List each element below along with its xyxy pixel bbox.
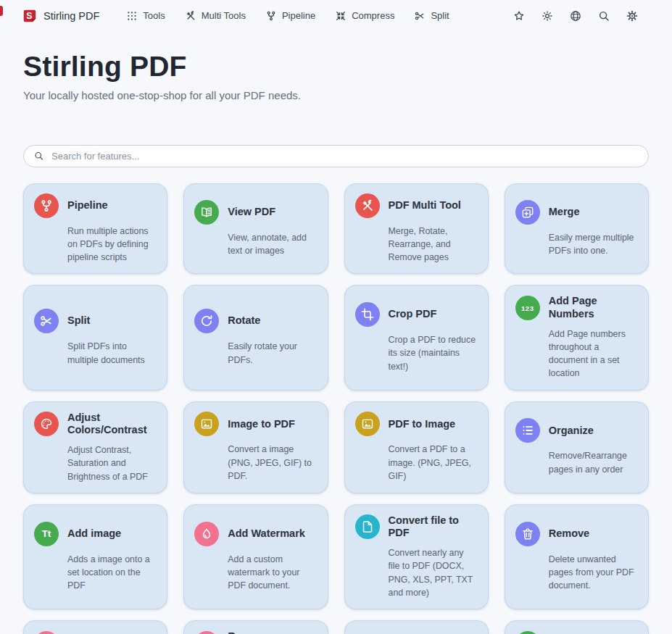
card-title: Convert file to PDF xyxy=(389,514,478,540)
card-description: Merge, Rotate, Rearrange, and Remove pag… xyxy=(389,225,478,264)
card-add-watermark[interactable]: Add Watermark Add a custom watermark to … xyxy=(183,504,328,609)
lock-open-icon xyxy=(194,631,219,634)
image-icon xyxy=(355,412,380,436)
action-search[interactable] xyxy=(597,9,610,22)
card-organize[interactable]: Organize Remove/Rearrange pages in any o… xyxy=(505,401,649,493)
card-description: Easily merge multiple PDFs into one. xyxy=(549,231,638,257)
card-description: Run multiple actions on PDFs by defining… xyxy=(67,225,157,264)
nav-item-tools[interactable]: Tools xyxy=(126,10,165,22)
book-open-icon xyxy=(194,200,219,225)
card-add-password[interactable]: Add Password Encrypt your PDF document w… xyxy=(23,620,167,634)
nav-item-pipeline[interactable]: Pipeline xyxy=(265,10,315,22)
tools-icon xyxy=(355,193,380,218)
card-convert-file-to-pdf[interactable]: Convert file to PDF Convert nearly any f… xyxy=(344,504,489,609)
nav-menu: Tools Multi Tools Pipeline Compress Spli… xyxy=(126,10,449,22)
card-change-metadata[interactable]: Change Metadata Change/Remove/Add metada… xyxy=(505,620,649,634)
text-icon: Tt xyxy=(34,522,59,546)
nav-item-compress[interactable]: Compress xyxy=(335,10,394,22)
grid-icon xyxy=(126,10,138,22)
compress-icon xyxy=(335,10,347,22)
card-crop-pdf[interactable]: Crop PDF Crop a PDF to reduce its size (… xyxy=(344,285,489,390)
image-icon xyxy=(194,412,219,436)
card-title: Image to PDF xyxy=(228,418,295,431)
brand-home-link[interactable]: S Stirling PDF xyxy=(22,8,99,24)
card-title: Add image xyxy=(67,527,121,541)
file-icon xyxy=(355,514,380,539)
card-title: Remove xyxy=(549,527,589,541)
card-description: Remove/Rearrange pages in any order xyxy=(549,449,638,475)
card-remove[interactable]: Remove Delete unwanted pages from your P… xyxy=(505,504,649,609)
list-icon xyxy=(515,418,540,443)
logo-letter: S xyxy=(26,11,32,21)
card-pipeline[interactable]: Pipeline Run multiple actions on PDFs by… xyxy=(23,183,167,275)
gear-icon xyxy=(626,9,639,22)
scissors-icon xyxy=(34,309,59,333)
search-icon xyxy=(597,9,610,22)
navbar: S Stirling PDF Tools Multi Tools Pipelin… xyxy=(0,0,672,25)
card-title: Add Page Numbers xyxy=(549,295,638,320)
card-rotate[interactable]: Rotate Easily rotate your PDFs. xyxy=(183,285,328,390)
nav-item-multi-tools[interactable]: Multi Tools xyxy=(185,10,246,22)
card-description: View, annotate, add text or images xyxy=(228,231,317,257)
card-title: Merge xyxy=(549,206,580,219)
card-title: PDF Multi Tool xyxy=(389,199,461,212)
tools-icon xyxy=(185,10,196,22)
card-description: Delete unwanted pages from your PDF docu… xyxy=(549,553,638,593)
card-description: Convert a image (PNG, JPEG, GIF) to PDF. xyxy=(228,443,317,483)
nav-actions xyxy=(513,9,639,22)
search-bar xyxy=(23,145,649,167)
card-description: Adds a image onto a set location on the … xyxy=(67,553,157,593)
card-title: Add Watermark xyxy=(228,527,305,541)
card-merge[interactable]: Merge Easily merge multiple PDFs into on… xyxy=(505,183,649,275)
action-favourites[interactable] xyxy=(513,9,526,22)
page-subtitle: Your locally hosted one-stop-shop for al… xyxy=(23,89,649,101)
card-description: Split PDFs into multiple documents xyxy=(67,340,157,366)
card-description: Add Page numbers throughout a document i… xyxy=(549,328,638,380)
sun-icon xyxy=(541,9,554,22)
card-title: Split xyxy=(67,314,90,328)
card-description: Convert a PDF to a image. (PNG, JPEG, GI… xyxy=(389,443,478,483)
nav-item-split[interactable]: Split xyxy=(414,10,449,22)
card-title: Rotate xyxy=(228,314,260,328)
card-title: View PDF xyxy=(228,206,275,219)
card-add-image[interactable]: Tt Add image Adds a image onto a set loc… xyxy=(23,504,167,609)
merge-icon xyxy=(515,200,540,225)
search-input[interactable] xyxy=(23,145,649,167)
card-split[interactable]: Split Split PDFs into multiple documents xyxy=(23,285,167,390)
main-content: Stirling PDF Your locally hosted one-sto… xyxy=(0,51,672,634)
action-settings[interactable] xyxy=(626,9,639,22)
scissors-icon xyxy=(414,10,426,22)
card-description: Add a custom watermark to your PDF docum… xyxy=(228,553,317,593)
rotate-icon xyxy=(194,309,219,333)
action-language[interactable] xyxy=(569,9,582,22)
page-numbers-icon: 123 xyxy=(515,296,540,320)
brand-label: Stirling PDF xyxy=(43,10,99,22)
card-title: Remove Password xyxy=(228,630,317,634)
star-icon xyxy=(513,9,526,22)
search-icon xyxy=(33,151,44,162)
card-pdf-multi-tool[interactable]: PDF Multi Tool Merge, Rotate, Rearrange,… xyxy=(344,183,489,275)
card-image-to-pdf[interactable]: Image to PDF Convert a image (PNG, JPEG,… xyxy=(183,401,328,493)
card-title: Pipeline xyxy=(67,199,108,212)
action-theme-toggle[interactable] xyxy=(541,9,554,22)
clipboard-icon xyxy=(515,631,540,634)
card-title: Organize xyxy=(549,425,594,438)
card-description: Easily rotate your PDFs. xyxy=(228,340,317,366)
card-adjust-colors-contrast[interactable]: Adjust Colors/Contrast Adjust Contrast, … xyxy=(23,401,167,493)
card-description: Crop a PDF to reduce its size (maintains… xyxy=(389,333,478,373)
card-add-page-numbers[interactable]: 123 Add Page Numbers Add Page numbers th… xyxy=(505,285,649,390)
pipeline-icon xyxy=(34,193,59,218)
pipeline-icon xyxy=(265,10,277,22)
globe-icon xyxy=(569,9,582,22)
palette-icon xyxy=(34,412,59,436)
card-title: PDF to Image xyxy=(389,418,456,431)
crop-icon xyxy=(355,302,380,327)
card-pdf-to-image[interactable]: PDF to Image Convert a PDF to a image. (… xyxy=(344,401,489,493)
stirling-logo-icon: S xyxy=(22,8,38,24)
lock-icon xyxy=(34,631,59,634)
card-compress[interactable]: Compress Compress PDFs to reduce their f… xyxy=(344,620,489,634)
tool-card-grid: Pipeline Run multiple actions on PDFs by… xyxy=(23,183,649,634)
droplet-icon xyxy=(194,522,219,546)
card-view-pdf[interactable]: View PDF View, annotate, add text or ima… xyxy=(183,183,328,275)
card-remove-password[interactable]: Remove Password Remove password protecti… xyxy=(183,620,328,634)
